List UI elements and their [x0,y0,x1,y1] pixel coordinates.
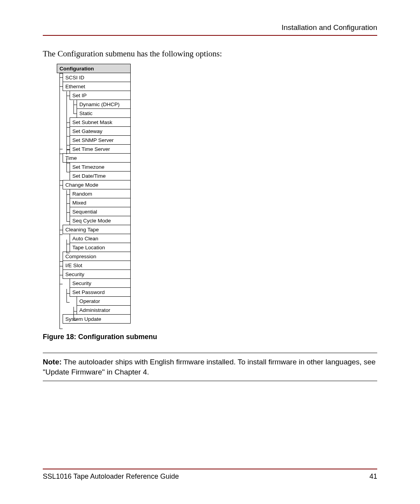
menu-item-timeserver: Set Time Server [70,144,131,154]
menu-item-auto-clean: Auto Clean [70,234,131,243]
menu-item-tape-location: Tape Location [70,243,131,252]
footer-doc-title: SSL1016 Tape Autoloader Reference Guide [43,472,179,481]
figure-caption: Figure 18: Configuration submenu [43,333,377,341]
note-rule-top [43,353,377,353]
menu-item-seq-cycle: Seq Cycle Mode [70,216,131,225]
menu-item-dhcp: Dynamic (DHCP) [77,100,131,109]
menu-item-time: Time [63,153,131,163]
menu-item-random: Random [70,189,131,198]
page: Installation and Configuration The Confi… [0,0,420,504]
note-rule-bottom [43,381,377,381]
menu-item-mixed: Mixed [70,198,131,207]
menu-item-timezone: Set Timezone [70,162,131,172]
section-title: Installation and Configuration [43,23,377,32]
page-footer: SSL1016 Tape Autoloader Reference Guide … [43,469,377,481]
intro-text: The Configuration submenu has the follow… [43,49,377,59]
menu-item-administrator: Administrator [77,305,131,315]
config-menu-tree: Configuration SCSI ID Ethernet Set IP Dy… [49,64,131,324]
header-rule [43,35,377,36]
menu-item-scsi-id: SCSI ID [63,73,131,82]
menu-item-subnet: Set Subnet Mask [70,117,131,127]
footer-page-number: 41 [369,472,377,481]
menu-item-system-update: System Update [63,314,131,324]
note-label: Note: [43,358,62,366]
menu-item-security: Security [63,270,131,279]
note-block: Note: The autoloader ships with English … [43,357,377,377]
menu-item-set-password: Set Password [70,287,131,297]
menu-item-security-sub: Security [70,278,131,288]
menu-item-compression: Compression [63,252,131,261]
menu-item-sequential: Sequential [70,207,131,216]
menu-item-cleaning-tape: Cleaning Tape [63,225,131,234]
menu-item-set-ip: Set IP [70,91,131,100]
menu-item-ie-slot: I/E Slot [63,261,131,270]
menu-header: Configuration [57,64,131,73]
menu-item-snmp: Set SNMP Server [70,135,131,145]
menu-item-change-mode: Change Mode [63,180,131,189]
menu-item-static: Static [77,108,131,118]
footer-rule [43,469,377,469]
menu-item-datetime: Set Date/Time [70,171,131,180]
menu-item-operator: Operator [77,296,131,306]
note-body: The autoloader ships with English firmwa… [43,358,376,376]
menu-item-gateway: Set Gateway [70,126,131,136]
menu-item-ethernet: Ethernet [63,82,131,91]
